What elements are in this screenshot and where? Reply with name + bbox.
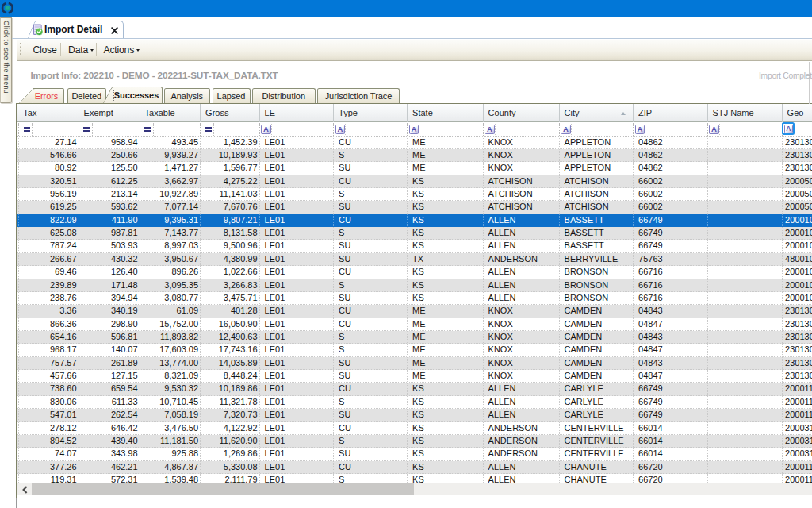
alpha-filter-icon[interactable]: A [409,125,419,134]
table-row[interactable]: 894.52439.4011,181.5011,620.90LE01SKSAND… [17,435,812,448]
filter-cell-city[interactable]: A [560,123,634,136]
filter-cell-county[interactable]: A [484,123,560,136]
table-row[interactable]: 266.67430.323,950.674,380.99LE01SUTXANDE… [17,253,812,266]
alpha-filter-icon[interactable]: A [335,125,345,134]
tab-errors[interactable]: Errors [33,88,64,104]
equals-filter-icon[interactable] [140,123,154,136]
column-header-geo[interactable]: Geo [783,104,812,122]
cell-state: KS [408,266,484,278]
column-header-type[interactable]: Type [334,104,408,122]
filter-cell-le[interactable]: A [260,123,335,136]
data-menu-button[interactable]: Data [62,41,94,58]
column-header-tax[interactable]: Tax [18,104,79,122]
table-row[interactable]: 80.92125.501,471.271,596.77LE01SUMEKNOXA… [17,162,812,175]
table-row[interactable]: 787.24503.938,997.039,500.96LE01SUKSALLE… [17,240,812,252]
tab-lapsed[interactable]: Lapsed [213,88,251,104]
cell-exempt: 596.81 [79,331,140,343]
tab-deleted[interactable]: Deleted [67,88,106,104]
filter-divider [271,124,272,135]
table-row-selected[interactable]: 822.09411.909,395.319,807.21LE01CUKSALLE… [17,214,812,227]
table-row[interactable]: 830.06611.3310,710.4511,321.78LE01SKSALL… [17,396,812,409]
table-row[interactable]: 69.46126.40896.261,022.66LE01CUKSALLENBR… [17,266,812,279]
cell-city: CENTERVILLE [560,448,634,460]
equals-filter-icon[interactable] [201,123,214,136]
cell-type: SU [334,370,408,382]
column-header-taxable[interactable]: Taxable [140,104,201,122]
cell-state: ME [408,137,484,148]
column-header-le[interactable]: LE [260,104,335,122]
table-row[interactable]: 625.08987.817,143.778,131.58LE01SKSALLEN… [17,227,812,240]
cell-le: LE01 [260,383,335,394]
toolbar-grip-icon[interactable] [20,43,22,56]
column-header-stj-name[interactable]: STJ Name [708,104,783,122]
filter-divider [345,124,346,135]
alpha-filter-icon[interactable]: A [635,125,645,134]
tab-successes[interactable]: Successes [112,87,163,105]
cell-stj-name [708,227,783,239]
table-row[interactable]: 238.76394.943,080.773,475.71LE01SUKSALLE… [17,292,812,305]
alpha-filter-icon[interactable]: A [709,125,718,134]
cell-taxable: 8,321.09 [140,370,201,382]
filter-cell-exempt[interactable] [79,123,140,136]
cell-exempt: 612.25 [79,175,140,187]
filter-cell-taxable[interactable] [140,123,201,136]
column-header-state[interactable]: State [408,104,484,122]
cell-type: CU [334,214,408,226]
table-row[interactable]: 654.16596.8111,893.8212,490.63LE01SMEKNO… [17,331,812,344]
table-row[interactable]: 3.36340.1961.09401.28LE01CUMEKNOXCAMDEN0… [17,305,812,318]
cell-city: ATCHISON [560,188,634,200]
table-row[interactable]: 866.36298.9015,752.0016,050.90LE01CUMEKN… [17,318,812,331]
alpha-filter-icon[interactable]: A [784,125,793,133]
filter-cell-geo[interactable]: A [783,123,812,136]
alpha-filter-icon[interactable]: A [261,125,270,134]
column-header-county[interactable]: County [484,104,560,122]
table-row[interactable]: 547.01262.547,058.197,320.73LE01SUKSALLE… [17,409,812,421]
tab-analysis[interactable]: Analysis [164,88,211,104]
cell-geo: 230130 [783,149,812,161]
alpha-filter-icon[interactable]: A [561,125,570,134]
table-row[interactable]: 119.31572.311,539.482,111.79LE01SKSALLEN… [17,474,812,483]
equals-filter-icon[interactable] [19,123,33,136]
filter-cell-type[interactable]: A [334,123,408,136]
cell-le: LE01 [260,331,335,343]
cell-city: BASSETT [560,240,634,252]
table-row[interactable]: 278.12646.423,476.504,122.92LE01CUKSANDE… [17,422,812,435]
cell-gross: 10,189.86 [201,383,260,394]
scrollbar-left-arrow[interactable] [18,483,32,495]
actions-menu-button[interactable]: Actions [98,41,146,58]
equals-filter-icon[interactable] [79,123,93,136]
table-row[interactable]: 377.26462.214,867.875,330.08LE01CUKSALLE… [17,461,812,474]
column-header-zip[interactable]: ZIP [634,104,708,122]
table-row[interactable]: 968.17140.0717,603.0917,743.16LE01SMEKNO… [17,344,812,356]
table-row[interactable]: 239.89171.483,095.353,266.83LE01SKSALLEN… [17,279,812,292]
table-row[interactable]: 956.19213.1410,927.8911,141.03LE01SKSATC… [17,188,812,201]
filter-cell-zip[interactable]: A [634,123,708,136]
filter-cell-gross[interactable] [201,123,260,136]
table-row[interactable]: 27.14958.94493.451,452.39LE01CUMEKNOXAPP… [17,137,812,149]
scrollbar-thumb[interactable] [32,483,414,495]
close-button[interactable]: Close [26,41,59,58]
column-header-exempt[interactable]: Exempt [79,104,140,122]
horizontal-scrollbar[interactable] [17,483,812,495]
table-row[interactable]: 546.66250.669,939.2710,189.93LE01SMEKNOX… [17,149,812,162]
filter-cell-state[interactable]: A [408,123,484,136]
filter-cell-tax[interactable] [18,123,79,136]
table-row[interactable]: 738.60659.549,530.3210,189.86LE01CUKSALL… [17,383,812,395]
alpha-filter-icon[interactable]: A [485,125,494,134]
cell-type: CU [334,305,408,317]
tab-distribution[interactable]: Distribution [252,88,316,104]
filter-cell-stj-name[interactable]: A [708,123,783,136]
tab-jurisdiction-trace[interactable]: Jurisdiction Trace [317,88,400,104]
table-row[interactable]: 457.66127.158,321.098,448.24LE01SUMEKNOX… [17,370,812,383]
table-row[interactable]: 320.51612.253,662.974,275.22LE01CUKSATCH… [17,175,812,188]
cell-stj-name [708,188,783,200]
table-row[interactable]: 74.07343.98925.881,269.86LE01SUKSANDERSO… [17,448,812,460]
table-row[interactable]: 757.57261.8913,774.0014,035.89LE01SUMEKN… [17,357,812,370]
column-header-gross[interactable]: Gross [201,104,260,122]
column-header-city[interactable]: City [560,104,634,122]
tab-import-detail[interactable]: Import Detail [35,21,124,38]
cell-county: ANDERSON [484,448,560,460]
cell-zip: 04862 [634,149,708,161]
table-row[interactable]: 619.25593.627,077.147,670.76LE01SUKSATCH… [17,201,812,214]
tab-close-icon[interactable] [111,27,118,34]
